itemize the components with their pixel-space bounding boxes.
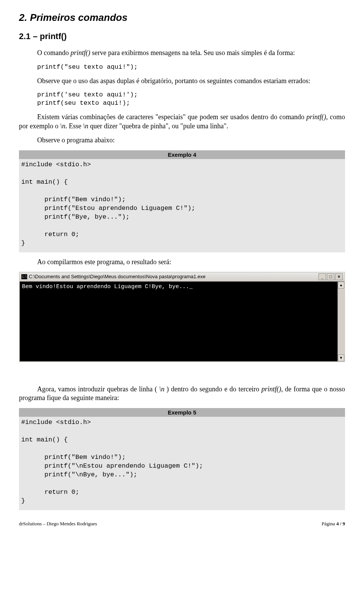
para-observe-prog: Observe o programa abaixo: <box>19 136 345 145</box>
page-footer: drSolutions – Diego Mendes Rodrigues Pág… <box>19 521 345 527</box>
close-button[interactable]: × <box>335 273 343 280</box>
p6-c: ) dentro do segundo e do terceiro <box>165 385 262 393</box>
footer-right: Página 4 / 9 <box>322 521 345 527</box>
section-heading: 2. Primeiros comandos <box>19 11 345 24</box>
inline-code-2a: printf('seu texto aqui!'); <box>19 91 345 99</box>
p3-e: . Esse <box>66 122 83 130</box>
p3-b: printf() <box>306 113 326 121</box>
footer-left: drSolutions – Diego Mendes Rodrigues <box>19 521 97 527</box>
window-buttons: _ □ × <box>318 273 343 280</box>
p6-b: \n <box>159 385 165 393</box>
subsection-heading: 2.1 – printf() <box>19 31 345 42</box>
inline-code-1: printf("seu texto aqui!"); <box>19 63 345 71</box>
para-special: Existem várias combinações de caracteres… <box>19 113 345 131</box>
maximize-button[interactable]: □ <box>327 273 334 280</box>
intro-text-a: O comando <box>37 49 71 57</box>
footer-page-number: 4 / 9 <box>336 521 345 526</box>
example5-code: #include <stdio.h> int main() { printf("… <box>19 417 345 510</box>
p3-d: \n <box>60 122 65 130</box>
terminal-window: C:\ C:\Documents and Settings\Diego\Meus… <box>19 272 345 362</box>
p3-g: quer dizer "quebra de pinha", ou "pule u… <box>88 122 228 130</box>
para-compile: Ao compilarmos este programa, o resultad… <box>19 258 345 266</box>
terminal-body: Bem vindo!Estou aprendendo Liguagem C!By… <box>20 282 344 361</box>
para-agora: Agora, vamos introduzir quebras de linha… <box>19 385 345 403</box>
example4-code: #include <stdio.h> int main() { printf("… <box>19 159 345 252</box>
terminal-title: C:\Documents and Settings\Diego\Meus doc… <box>29 274 317 280</box>
intro-text-c: serve para exibirmos mensagens na tela. … <box>90 49 295 57</box>
scroll-down-button[interactable]: ▼ <box>338 355 344 361</box>
intro-para: O comando printf() serve para exibirmos … <box>19 49 345 57</box>
p6-a: Agora, vamos introduzir quebras de linha… <box>37 385 159 393</box>
p3-f: \n <box>83 122 88 130</box>
p6-d: printf() <box>261 385 281 393</box>
printf-word: printf() <box>71 49 90 57</box>
terminal-scrollbar[interactable]: ▲ ▼ <box>337 282 344 361</box>
inline-code-2b: printf(seu texto aqui!); <box>19 99 345 107</box>
minimize-button[interactable]: _ <box>318 273 326 280</box>
example4-label: Exemplo 4 <box>19 150 345 159</box>
terminal-output: Bem vindo!Estou aprendendo Liguagem C!By… <box>20 282 337 361</box>
terminal-titlebar[interactable]: C:\ C:\Documents and Settings\Diego\Meus… <box>20 273 344 282</box>
example5-label: Exemplo 5 <box>19 408 345 417</box>
scroll-up-button[interactable]: ▲ <box>338 282 344 288</box>
para-observe: Observe que o uso das aspas duplas é obr… <box>19 77 345 85</box>
footer-page-label: Página <box>322 521 336 526</box>
p3-a: Existem várias combinações de caracteres… <box>37 113 306 121</box>
cmd-icon: C:\ <box>21 274 27 279</box>
